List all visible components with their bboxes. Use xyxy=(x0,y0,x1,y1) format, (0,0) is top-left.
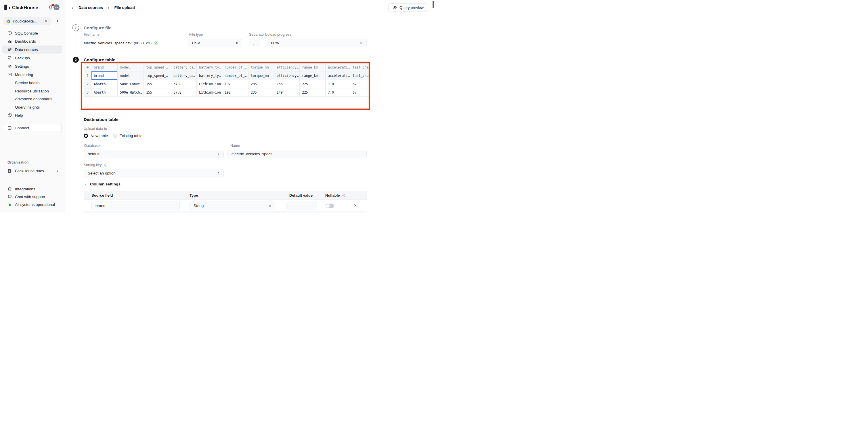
chevron-up-down-icon xyxy=(217,171,220,175)
grid-cell[interactable]: 500e Conve… xyxy=(118,80,144,88)
next-row-edge xyxy=(84,211,367,213)
grid-cell[interactable]: 156 xyxy=(274,80,300,88)
sidebar-item-backups[interactable]: Backups xyxy=(0,54,64,62)
sidebar-item-system-status[interactable]: All systems operational xyxy=(0,201,64,209)
sidebar-item-settings[interactable]: Settings xyxy=(0,62,64,70)
chevron-right-icon: › xyxy=(57,169,58,173)
sidebar-item-sql-console[interactable]: SQL Console xyxy=(0,29,64,37)
grid-cell[interactable]: 67 xyxy=(350,80,370,88)
grid-cell[interactable]: 192 xyxy=(222,88,248,97)
grid-cell[interactable]: Lithium-ion xyxy=(197,80,222,88)
database-select[interactable]: default xyxy=(84,150,224,158)
grid-cell[interactable]: battery_ty… xyxy=(197,72,222,80)
sidebar-divider xyxy=(0,180,64,180)
back-button[interactable]: ‹ xyxy=(72,5,73,10)
grid-cell[interactable]: accelerati… xyxy=(326,72,350,80)
existing-table-radio[interactable] xyxy=(113,134,117,138)
check-icon: ✓ xyxy=(74,26,77,30)
grid-cell[interactable]: 37.8 xyxy=(171,88,197,97)
breadcrumb-file-upload: File upload xyxy=(114,5,134,10)
column-settings-toggle[interactable]: Column settings xyxy=(84,181,121,187)
breadcrumb-data-sources[interactable]: Data sources xyxy=(79,5,103,10)
clear-upload-icon[interactable]: ✕ xyxy=(360,41,363,45)
sidebar-item-chat-support[interactable]: Chat with support xyxy=(0,193,64,201)
grid-cell[interactable]: 155 xyxy=(144,88,171,97)
chevron-up-down-icon xyxy=(235,41,239,45)
grid-cell[interactable]: fast_cha xyxy=(350,72,370,80)
sorting-key-select[interactable]: Select an option xyxy=(84,169,224,177)
grid-cell[interactable]: Lithium-ion xyxy=(197,88,222,97)
source-field-input[interactable]: brand xyxy=(91,202,180,210)
scrollbar-thumb[interactable] xyxy=(433,1,434,8)
remove-column-icon[interactable]: ✕ xyxy=(354,203,357,207)
sidebar-item-integrations[interactable]: Integrations xyxy=(0,185,64,193)
grid-cell[interactable]: 192 xyxy=(222,80,248,88)
logo[interactable]: ClickHouse xyxy=(4,4,38,11)
sidebar-item-clickhouse-docs[interactable]: ClickHouse docs › xyxy=(0,167,64,175)
grid-cell[interactable]: 235 xyxy=(248,88,274,97)
grid-cell[interactable]: 67 xyxy=(350,88,370,97)
grid-cell[interactable]: 3 xyxy=(84,88,92,97)
grid-cell[interactable]: 2 xyxy=(84,80,92,88)
step-2-indicator: 2 xyxy=(73,57,79,63)
connect-button[interactable]: Connect xyxy=(3,124,62,132)
default-value-input[interactable] xyxy=(286,202,317,210)
query-preview-button[interactable]: Query preview xyxy=(388,3,428,11)
sidebar: ClickHouse SH cloud-g xyxy=(0,0,64,213)
new-table-radio[interactable] xyxy=(84,134,88,138)
grid-cell[interactable]: 149 xyxy=(274,88,300,97)
upload-progress-input[interactable]: 100% ✕ xyxy=(265,39,367,47)
grid-cell[interactable]: 155 xyxy=(144,80,171,88)
eye-icon xyxy=(393,6,397,9)
avatar[interactable]: SH xyxy=(54,4,60,10)
grid-cell[interactable]: efficiency… xyxy=(274,72,300,80)
grid-header-cell: model xyxy=(118,63,144,72)
sidebar-item-service-health[interactable]: Service health xyxy=(0,79,64,87)
default-value-header: Default value xyxy=(289,193,313,198)
sidebar-item-label: ClickHouse docs xyxy=(15,169,44,173)
database-label: Database xyxy=(84,144,100,148)
separator-value: , xyxy=(253,41,260,45)
grid-cell[interactable]: Abarth xyxy=(91,88,118,97)
file-type-select[interactable]: CSV xyxy=(188,39,242,47)
grid-cell[interactable]: range_km xyxy=(300,72,326,80)
sidebar-item-query-insights[interactable]: Query insights xyxy=(0,103,64,111)
type-select[interactable]: String xyxy=(189,202,275,210)
sidebar-item-label: Query insights xyxy=(15,105,40,109)
sidebar-item-dashboards[interactable]: Dashboards xyxy=(0,37,64,46)
upload-progress-label: Upload progress xyxy=(265,32,291,36)
grid-cell[interactable]: 225 xyxy=(300,88,326,97)
grid-cell[interactable]: top_speed_… xyxy=(144,72,171,80)
info-icon[interactable] xyxy=(104,163,107,167)
add-service-button[interactable]: + xyxy=(55,17,60,25)
grid-cell[interactable]: 1 xyxy=(84,72,92,80)
sidebar-item-resource-utilization[interactable]: Resource utilization xyxy=(0,87,64,95)
sidebar-item-monitoring[interactable]: Monitoring xyxy=(0,70,64,79)
sidebar-item-advanced-dashboard[interactable]: Advanced dashboard xyxy=(0,95,64,103)
grid-cell[interactable]: 7.0 xyxy=(326,88,350,97)
grid-cell[interactable]: Abarth xyxy=(91,80,118,88)
nullable-toggle[interactable] xyxy=(326,204,334,208)
grid-cell[interactable]: 235 xyxy=(248,80,274,88)
service-selector[interactable]: cloud-get-sta... xyxy=(3,17,51,25)
grid-cell[interactable]: 500e Hatch… xyxy=(118,88,144,97)
file-name-row: electric_vehicles_specs.csv (86.21 kB) ✓ xyxy=(84,40,158,45)
grid-cell[interactable]: 7.0 xyxy=(326,80,350,88)
separator-input[interactable]: , xyxy=(249,39,260,47)
upload-data-to-label: Upload data to xyxy=(84,127,107,131)
grid-cell[interactable]: number_of_… xyxy=(222,72,248,80)
grid-cell[interactable]: battery_ca… xyxy=(171,72,197,80)
grid-cell[interactable]: torque_nm xyxy=(248,72,274,80)
table-name-input[interactable]: electric_vehicles_specs xyxy=(227,150,367,158)
grid-cell[interactable]: brand xyxy=(91,72,118,80)
table-highlight-frame: #brandmodeltop_speed_…battery_ca…battery… xyxy=(81,62,370,110)
sidebar-item-help[interactable]: Help xyxy=(0,111,64,119)
sidebar-item-data-sources[interactable]: Data sources xyxy=(0,46,64,54)
grid-cell[interactable]: 37.8 xyxy=(171,80,197,88)
sidebar-item-label: SQL Console xyxy=(15,31,38,35)
info-icon[interactable] xyxy=(342,194,345,197)
notifications-button[interactable] xyxy=(48,5,53,10)
data-preview-grid: #brandmodeltop_speed_…battery_ca…battery… xyxy=(84,63,370,97)
grid-cell[interactable]: model xyxy=(118,72,144,80)
grid-cell[interactable]: 225 xyxy=(300,80,326,88)
